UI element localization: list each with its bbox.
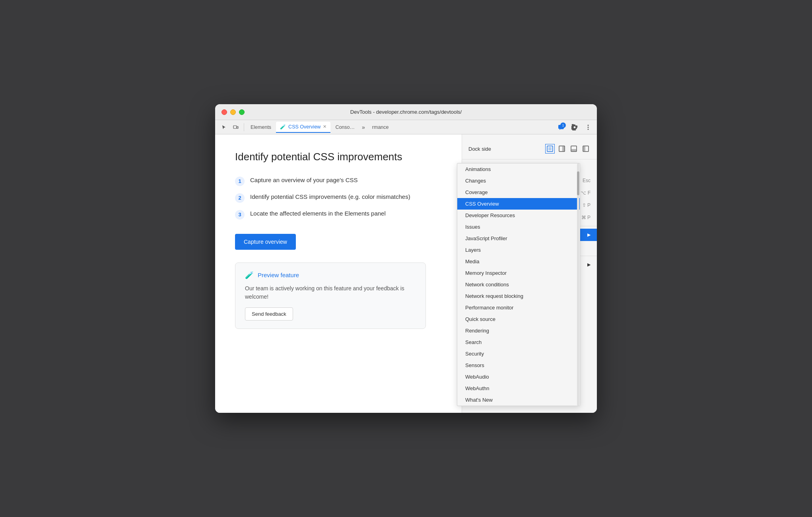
dock-bottom-icon[interactable] (569, 144, 579, 154)
step-item-3: 3 Locate the affected elements in the El… (235, 209, 446, 220)
dropdown-item-javascript-profiler[interactable]: JavaScript Profiler (457, 233, 580, 244)
flask-icon: 🧪 (280, 124, 286, 130)
svg-point-5 (588, 126, 589, 128)
maximize-window-button[interactable] (239, 109, 245, 115)
tab-console-label: Conso… (335, 124, 355, 130)
traffic-lights (221, 109, 245, 115)
dock-icons (545, 144, 591, 154)
cursor-icon[interactable] (218, 122, 229, 133)
tab-css-overview-label: CSS Overview (288, 124, 321, 130)
tab-bar: Elements 🧪 CSS Overview ✕ Conso… » rmanc… (215, 120, 597, 134)
tab-css-overview[interactable]: 🧪 CSS Overview ✕ (276, 122, 330, 133)
tab-performance[interactable]: rmance (368, 122, 393, 133)
preview-flask-icon: 🧪 (245, 271, 254, 280)
tab-bar-right: 1 (556, 122, 594, 133)
dropdown-item-network-conditions[interactable]: Network conditions (457, 279, 580, 290)
preview-header: 🧪 Preview feature (245, 271, 416, 280)
step-number-2: 2 (235, 193, 245, 203)
dropdown-item-network-request-blocking[interactable]: Network request blocking (457, 290, 580, 302)
svg-rect-10 (562, 146, 564, 151)
svg-rect-8 (548, 147, 552, 150)
step-text-3: Locate the affected elements in the Elem… (250, 209, 386, 218)
svg-point-6 (588, 128, 589, 130)
performance-label: rmance (372, 124, 389, 130)
step-text-1: Capture an overview of your page's CSS (250, 176, 358, 185)
step-number-3: 3 (235, 210, 245, 220)
device-toolbar-icon[interactable] (230, 122, 241, 133)
dock-left-icon[interactable] (581, 144, 591, 154)
dock-undock-icon[interactable] (545, 144, 555, 154)
dropdown-item-animations[interactable]: Animations (457, 163, 580, 175)
main-area: Identify potential CSS improvements 1 Ca… (215, 134, 597, 413)
send-feedback-button[interactable]: Send feedback (245, 307, 293, 321)
dock-right-icon[interactable] (557, 144, 567, 154)
scrollbar-track (577, 163, 579, 406)
menu-item-shortcut: ⌘ P (581, 215, 591, 220)
dock-side-row: Dock side (462, 141, 597, 157)
tab-elements-label: Elements (251, 124, 271, 130)
more-options-button[interactable] (583, 122, 594, 133)
dock-side-label: Dock side (468, 146, 491, 152)
more-tools-dropdown: AnimationsChangesCoverageCSS OverviewDev… (457, 163, 580, 406)
dropdown-item-developer-resources[interactable]: Developer Resources (457, 210, 580, 221)
devtools-panel: Identify potential CSS improvements 1 Ca… (215, 134, 462, 413)
tab-close-button[interactable]: ✕ (323, 124, 326, 129)
dropdown-item-rendering[interactable]: Rendering (457, 325, 580, 336)
step-text-2: Identify potential CSS improvements (e.g… (250, 192, 410, 202)
svg-point-3 (574, 126, 576, 128)
dropdown-item-security[interactable]: Security (457, 348, 580, 360)
svg-rect-14 (583, 146, 585, 151)
dropdown-item-search[interactable]: Search (457, 336, 580, 348)
panel-title: Identify potential CSS improvements (235, 150, 446, 164)
dropdown-list: AnimationsChangesCoverageCSS OverviewDev… (457, 163, 580, 406)
step-item-1: 1 Capture an overview of your page's CSS (235, 176, 446, 186)
step-item-2: 2 Identify potential CSS improvements (e… (235, 192, 446, 203)
tab-separator (244, 123, 244, 131)
chat-button[interactable]: 1 (556, 122, 567, 133)
dropdown-item-issues[interactable]: Issues (457, 221, 580, 233)
steps-list: 1 Capture an overview of your page's CSS… (235, 176, 446, 220)
tab-more-button[interactable]: » (359, 124, 367, 130)
dropdown-item-performance-monitor[interactable]: Performance monitor (457, 302, 580, 313)
submenu-arrow-icon: ▶ (587, 232, 591, 237)
svg-rect-12 (571, 149, 576, 151)
preview-title: Preview feature (258, 272, 299, 278)
dropdown-scrollbar[interactable] (577, 163, 580, 406)
preview-buttons: Send feedback (245, 307, 416, 321)
chat-badge: 1 (560, 122, 566, 128)
svg-rect-0 (233, 126, 237, 128)
tab-console[interactable]: Conso… (331, 122, 359, 133)
dropdown-item-webaudio[interactable]: WebAudio (457, 371, 580, 383)
title-bar: DevTools - developer.chrome.com/tags/dev… (215, 104, 597, 120)
window-title: DevTools - developer.chrome.com/tags/dev… (221, 109, 591, 115)
minimize-window-button[interactable] (230, 109, 236, 115)
dropdown-item-quick-source[interactable]: Quick source (457, 313, 580, 325)
settings-button[interactable] (569, 122, 580, 133)
close-window-button[interactable] (221, 109, 227, 115)
dropdown-item-coverage[interactable]: Coverage (457, 187, 580, 198)
scrollbar-thumb[interactable] (577, 171, 579, 195)
submenu-arrow-icon: ▶ (587, 262, 591, 267)
preview-card: 🧪 Preview feature Our team is actively w… (235, 262, 426, 329)
dropdown-item-layers[interactable]: Layers (457, 244, 580, 256)
svg-rect-1 (237, 126, 238, 128)
preview-text: Our team is actively working on this fea… (245, 284, 416, 301)
menu-divider-1 (462, 159, 597, 159)
tab-elements[interactable]: Elements (247, 122, 275, 133)
dropdown-item-changes[interactable]: Changes (457, 175, 580, 187)
dropdown-item-what's-new[interactable]: What's New (457, 394, 580, 406)
dropdown-item-media[interactable]: Media (457, 256, 580, 267)
devtools-window: DevTools - developer.chrome.com/tags/dev… (215, 104, 597, 413)
dropdown-item-memory-inspector[interactable]: Memory Inspector (457, 267, 580, 279)
dropdown-item-sensors[interactable]: Sensors (457, 360, 580, 371)
menu-item-shortcut: Esc (583, 178, 591, 183)
dropdown-item-webauthn[interactable]: WebAuthn (457, 383, 580, 394)
capture-overview-button[interactable]: Capture overview (235, 234, 296, 250)
step-number-1: 1 (235, 177, 245, 186)
dropdown-item-css-overview[interactable]: CSS Overview (457, 198, 580, 210)
tab-more-label: » (362, 124, 365, 130)
svg-point-4 (588, 124, 589, 126)
